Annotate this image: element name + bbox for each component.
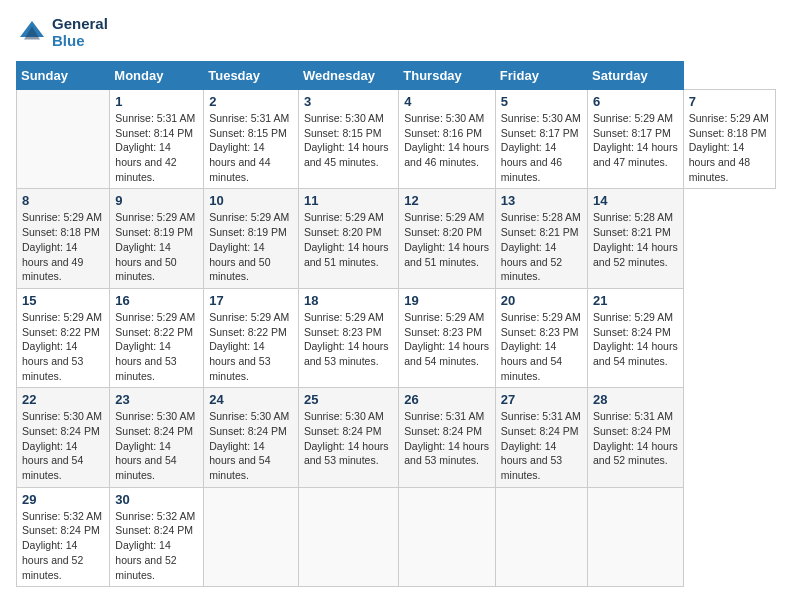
day-number: 9 xyxy=(115,193,198,208)
day-cell: 24Sunrise: 5:30 AMSunset: 8:24 PMDayligh… xyxy=(204,388,299,487)
logo-text: General Blue xyxy=(52,16,108,49)
day-cell: 2Sunrise: 5:31 AMSunset: 8:15 PMDaylight… xyxy=(204,90,299,189)
day-cell: 26Sunrise: 5:31 AMSunset: 8:24 PMDayligh… xyxy=(399,388,496,487)
day-number: 8 xyxy=(22,193,104,208)
day-info: Sunrise: 5:28 AMSunset: 8:21 PMDaylight:… xyxy=(501,210,582,283)
week-row-3: 15Sunrise: 5:29 AMSunset: 8:22 PMDayligh… xyxy=(17,288,776,387)
day-number: 6 xyxy=(593,94,678,109)
day-cell: 7Sunrise: 5:29 AMSunset: 8:18 PMDaylight… xyxy=(683,90,775,189)
day-info: Sunrise: 5:29 AMSunset: 8:23 PMDaylight:… xyxy=(404,310,490,369)
day-cell: 18Sunrise: 5:29 AMSunset: 8:23 PMDayligh… xyxy=(298,288,398,387)
day-info: Sunrise: 5:30 AMSunset: 8:15 PMDaylight:… xyxy=(304,111,393,170)
day-info: Sunrise: 5:29 AMSunset: 8:20 PMDaylight:… xyxy=(304,210,393,269)
day-info: Sunrise: 5:30 AMSunset: 8:24 PMDaylight:… xyxy=(115,409,198,482)
day-cell: 27Sunrise: 5:31 AMSunset: 8:24 PMDayligh… xyxy=(495,388,587,487)
day-number: 11 xyxy=(304,193,393,208)
day-number: 3 xyxy=(304,94,393,109)
header-cell-friday: Friday xyxy=(495,62,587,90)
day-number: 5 xyxy=(501,94,582,109)
day-info: Sunrise: 5:31 AMSunset: 8:24 PMDaylight:… xyxy=(404,409,490,468)
day-cell: 3Sunrise: 5:30 AMSunset: 8:15 PMDaylight… xyxy=(298,90,398,189)
day-number: 29 xyxy=(22,492,104,507)
day-info: Sunrise: 5:29 AMSunset: 8:20 PMDaylight:… xyxy=(404,210,490,269)
day-cell: 14Sunrise: 5:28 AMSunset: 8:21 PMDayligh… xyxy=(588,189,684,288)
day-number: 17 xyxy=(209,293,293,308)
day-info: Sunrise: 5:29 AMSunset: 8:23 PMDaylight:… xyxy=(304,310,393,369)
day-number: 7 xyxy=(689,94,770,109)
day-info: Sunrise: 5:31 AMSunset: 8:24 PMDaylight:… xyxy=(501,409,582,482)
day-number: 28 xyxy=(593,392,678,407)
header-row: SundayMondayTuesdayWednesdayThursdayFrid… xyxy=(17,62,776,90)
day-cell xyxy=(298,487,398,586)
week-row-1: 1Sunrise: 5:31 AMSunset: 8:14 PMDaylight… xyxy=(17,90,776,189)
day-cell xyxy=(588,487,684,586)
day-cell: 22Sunrise: 5:30 AMSunset: 8:24 PMDayligh… xyxy=(17,388,110,487)
day-cell xyxy=(17,90,110,189)
day-number: 25 xyxy=(304,392,393,407)
day-number: 12 xyxy=(404,193,490,208)
day-cell xyxy=(495,487,587,586)
day-info: Sunrise: 5:30 AMSunset: 8:24 PMDaylight:… xyxy=(22,409,104,482)
day-cell: 16Sunrise: 5:29 AMSunset: 8:22 PMDayligh… xyxy=(110,288,204,387)
day-number: 22 xyxy=(22,392,104,407)
day-cell: 13Sunrise: 5:28 AMSunset: 8:21 PMDayligh… xyxy=(495,189,587,288)
day-cell: 19Sunrise: 5:29 AMSunset: 8:23 PMDayligh… xyxy=(399,288,496,387)
day-cell: 1Sunrise: 5:31 AMSunset: 8:14 PMDaylight… xyxy=(110,90,204,189)
day-info: Sunrise: 5:29 AMSunset: 8:18 PMDaylight:… xyxy=(689,111,770,184)
day-info: Sunrise: 5:31 AMSunset: 8:15 PMDaylight:… xyxy=(209,111,293,184)
header-cell-sunday: Sunday xyxy=(17,62,110,90)
day-info: Sunrise: 5:31 AMSunset: 8:14 PMDaylight:… xyxy=(115,111,198,184)
day-cell: 6Sunrise: 5:29 AMSunset: 8:17 PMDaylight… xyxy=(588,90,684,189)
day-number: 16 xyxy=(115,293,198,308)
day-info: Sunrise: 5:32 AMSunset: 8:24 PMDaylight:… xyxy=(115,509,198,582)
day-number: 10 xyxy=(209,193,293,208)
day-info: Sunrise: 5:29 AMSunset: 8:22 PMDaylight:… xyxy=(115,310,198,383)
day-cell: 23Sunrise: 5:30 AMSunset: 8:24 PMDayligh… xyxy=(110,388,204,487)
day-cell: 9Sunrise: 5:29 AMSunset: 8:19 PMDaylight… xyxy=(110,189,204,288)
day-number: 13 xyxy=(501,193,582,208)
week-row-4: 22Sunrise: 5:30 AMSunset: 8:24 PMDayligh… xyxy=(17,388,776,487)
day-info: Sunrise: 5:29 AMSunset: 8:19 PMDaylight:… xyxy=(115,210,198,283)
calendar-table: SundayMondayTuesdayWednesdayThursdayFrid… xyxy=(16,61,776,587)
header-cell-wednesday: Wednesday xyxy=(298,62,398,90)
day-info: Sunrise: 5:29 AMSunset: 8:22 PMDaylight:… xyxy=(22,310,104,383)
day-number: 4 xyxy=(404,94,490,109)
day-cell: 28Sunrise: 5:31 AMSunset: 8:24 PMDayligh… xyxy=(588,388,684,487)
day-cell: 30Sunrise: 5:32 AMSunset: 8:24 PMDayligh… xyxy=(110,487,204,586)
day-number: 27 xyxy=(501,392,582,407)
header-cell-tuesday: Tuesday xyxy=(204,62,299,90)
day-info: Sunrise: 5:30 AMSunset: 8:17 PMDaylight:… xyxy=(501,111,582,184)
day-info: Sunrise: 5:29 AMSunset: 8:17 PMDaylight:… xyxy=(593,111,678,170)
day-number: 20 xyxy=(501,293,582,308)
day-cell: 15Sunrise: 5:29 AMSunset: 8:22 PMDayligh… xyxy=(17,288,110,387)
day-number: 18 xyxy=(304,293,393,308)
logo: General Blue xyxy=(16,16,108,49)
day-info: Sunrise: 5:29 AMSunset: 8:24 PMDaylight:… xyxy=(593,310,678,369)
day-number: 26 xyxy=(404,392,490,407)
day-number: 23 xyxy=(115,392,198,407)
day-info: Sunrise: 5:29 AMSunset: 8:22 PMDaylight:… xyxy=(209,310,293,383)
day-info: Sunrise: 5:30 AMSunset: 8:24 PMDaylight:… xyxy=(304,409,393,468)
logo-icon xyxy=(16,17,48,49)
day-info: Sunrise: 5:30 AMSunset: 8:16 PMDaylight:… xyxy=(404,111,490,170)
day-info: Sunrise: 5:31 AMSunset: 8:24 PMDaylight:… xyxy=(593,409,678,468)
day-cell: 20Sunrise: 5:29 AMSunset: 8:23 PMDayligh… xyxy=(495,288,587,387)
header-cell-saturday: Saturday xyxy=(588,62,684,90)
page-header: General Blue xyxy=(16,16,776,49)
day-cell: 5Sunrise: 5:30 AMSunset: 8:17 PMDaylight… xyxy=(495,90,587,189)
day-info: Sunrise: 5:29 AMSunset: 8:19 PMDaylight:… xyxy=(209,210,293,283)
day-cell: 12Sunrise: 5:29 AMSunset: 8:20 PMDayligh… xyxy=(399,189,496,288)
day-number: 24 xyxy=(209,392,293,407)
day-number: 21 xyxy=(593,293,678,308)
day-cell xyxy=(204,487,299,586)
header-cell-thursday: Thursday xyxy=(399,62,496,90)
day-cell: 4Sunrise: 5:30 AMSunset: 8:16 PMDaylight… xyxy=(399,90,496,189)
day-number: 1 xyxy=(115,94,198,109)
day-cell xyxy=(399,487,496,586)
day-cell: 11Sunrise: 5:29 AMSunset: 8:20 PMDayligh… xyxy=(298,189,398,288)
day-info: Sunrise: 5:29 AMSunset: 8:18 PMDaylight:… xyxy=(22,210,104,283)
day-number: 2 xyxy=(209,94,293,109)
day-cell: 21Sunrise: 5:29 AMSunset: 8:24 PMDayligh… xyxy=(588,288,684,387)
day-number: 19 xyxy=(404,293,490,308)
day-number: 15 xyxy=(22,293,104,308)
